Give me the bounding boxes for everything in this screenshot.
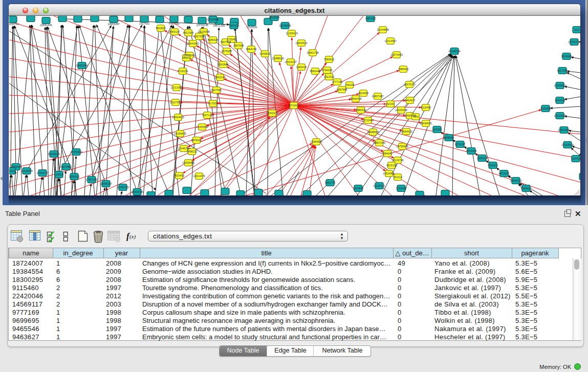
svg-text:20206535: 20206535 (48, 152, 60, 156)
svg-text:10699695: 10699695 (420, 122, 432, 125)
svg-text:1621022: 1621022 (324, 75, 335, 78)
svg-text:126753: 126753 (571, 157, 580, 160)
svg-text:10653287: 10653287 (107, 23, 120, 26)
svg-text:7632621: 7632621 (488, 164, 498, 167)
svg-text:6466160: 6466160 (169, 22, 180, 25)
svg-text:16543362: 16543362 (187, 42, 199, 45)
svg-text:16120746: 16120746 (391, 159, 404, 162)
svg-text:15751074: 15751074 (568, 40, 580, 43)
svg-text:19756928: 19756928 (396, 145, 408, 148)
svg-text:20691406: 20691406 (40, 24, 52, 27)
svg-text:12923446: 12923446 (131, 190, 143, 193)
svg-text:164093: 164093 (432, 128, 442, 131)
svg-text:8427552: 8427552 (211, 89, 222, 92)
svg-text:16033809: 16033809 (207, 18, 219, 21)
svg-text:8960124: 8960124 (169, 30, 180, 33)
svg-text:12213967: 12213967 (384, 39, 397, 42)
svg-text:9361778: 9361778 (325, 181, 336, 184)
svg-text:1373425: 1373425 (353, 187, 364, 190)
svg-text:9777169: 9777169 (332, 80, 343, 83)
svg-text:19218506: 19218506 (279, 24, 291, 27)
svg-text:19166825: 19166825 (174, 132, 186, 135)
svg-text:1498222: 1498222 (187, 150, 198, 153)
svg-text:3575685: 3575685 (222, 50, 232, 53)
svg-text:12975115: 12975115 (403, 83, 415, 86)
svg-text:9245612: 9245612 (521, 187, 532, 190)
svg-text:9329966: 9329966 (561, 55, 572, 58)
svg-text:6379197: 6379197 (455, 143, 466, 146)
svg-text:7357224: 7357224 (229, 24, 239, 27)
svg-text:3624554: 3624554 (358, 92, 369, 95)
svg-text:17016504: 17016504 (561, 143, 574, 146)
svg-text:175546: 175546 (227, 38, 236, 41)
svg-text:2967608: 2967608 (233, 44, 244, 47)
svg-text:13524851: 13524851 (383, 172, 395, 175)
svg-text:3215958: 3215958 (540, 107, 551, 110)
svg-text:8471676: 8471676 (499, 172, 510, 175)
svg-text:2935114: 2935114 (477, 157, 487, 160)
svg-text:16107552: 16107552 (169, 101, 182, 104)
svg-text:16671355: 16671355 (213, 24, 225, 27)
svg-text:9084067: 9084067 (382, 152, 393, 155)
svg-text:17957283: 17957283 (85, 178, 98, 181)
svg-text:417004: 417004 (208, 102, 217, 105)
svg-text:10719135: 10719135 (196, 24, 208, 27)
svg-text:8813054: 8813054 (269, 16, 280, 19)
svg-text:15322037: 15322037 (285, 60, 297, 63)
svg-text:17342737: 17342737 (36, 171, 49, 174)
svg-text:2718126: 2718126 (178, 70, 188, 73)
svg-text:2987682: 2987682 (365, 17, 376, 20)
svg-text:7485063: 7485063 (398, 68, 409, 71)
svg-text:12093852: 12093852 (554, 84, 566, 87)
svg-text:10688609: 10688609 (367, 130, 379, 134)
svg-text:9146821: 9146821 (260, 52, 271, 55)
svg-text:1733426: 1733426 (396, 187, 407, 190)
svg-text:11325419: 11325419 (286, 32, 297, 35)
svg-text:17359924: 17359924 (70, 150, 82, 154)
svg-text:13226058: 13226058 (198, 30, 210, 33)
svg-text:16099489: 16099489 (182, 161, 194, 164)
svg-text:8912954: 8912954 (183, 31, 194, 34)
svg-text:114519: 114519 (54, 173, 63, 176)
svg-text:8186328: 8186328 (208, 38, 219, 41)
svg-text:6497568: 6497568 (337, 88, 347, 91)
svg-text:15388520: 15388520 (272, 57, 284, 60)
svg-text:(x): (x) (129, 233, 136, 240)
svg-text:62160: 62160 (387, 102, 395, 105)
svg-text:20053346: 20053346 (76, 64, 88, 67)
svg-text:7515526: 7515526 (247, 26, 257, 29)
svg-text:98961: 98961 (183, 56, 190, 59)
svg-text:1362615: 1362615 (296, 65, 307, 69)
svg-text:19300235: 19300235 (266, 112, 278, 115)
svg-text:9227342: 9227342 (557, 69, 568, 72)
svg-text:18807249: 18807249 (373, 141, 385, 144)
svg-text:19975857: 19975857 (60, 165, 72, 168)
svg-text:7955812: 7955812 (324, 58, 335, 61)
svg-text:2803144: 2803144 (215, 76, 226, 79)
svg-text:8454749: 8454749 (246, 48, 257, 51)
svg-text:18724007: 18724007 (288, 104, 300, 107)
svg-text:16640910: 16640910 (295, 41, 308, 45)
svg-text:14136141: 14136141 (373, 184, 385, 187)
svg-text:6794028: 6794028 (322, 69, 333, 72)
svg-text:9463627: 9463627 (405, 99, 416, 102)
svg-text:252214: 252214 (393, 176, 402, 179)
svg-text:9242848: 9242848 (218, 63, 229, 66)
svg-text:19384554: 19384554 (310, 140, 322, 143)
svg-text:10973493: 10973493 (390, 53, 403, 56)
svg-text:1527602: 1527602 (139, 22, 150, 25)
svg-text:3267130: 3267130 (202, 114, 213, 117)
svg-text:1244415: 1244415 (555, 99, 565, 102)
svg-text:10025438: 10025438 (395, 108, 407, 112)
svg-text:7986322: 7986322 (356, 108, 366, 112)
svg-text:9474444: 9474444 (466, 149, 477, 152)
svg-text:10958187: 10958187 (100, 182, 112, 185)
svg-text:16961758: 16961758 (307, 51, 319, 54)
svg-text:18365051: 18365051 (10, 165, 22, 168)
svg-text:15692991: 15692991 (558, 128, 570, 132)
svg-text:12353594: 12353594 (196, 125, 208, 128)
svg-text:16210643: 16210643 (554, 114, 566, 117)
svg-text:7663822: 7663822 (156, 27, 166, 30)
svg-text:14055714: 14055714 (9, 23, 19, 26)
svg-text:1112: 1112 (574, 28, 580, 31)
